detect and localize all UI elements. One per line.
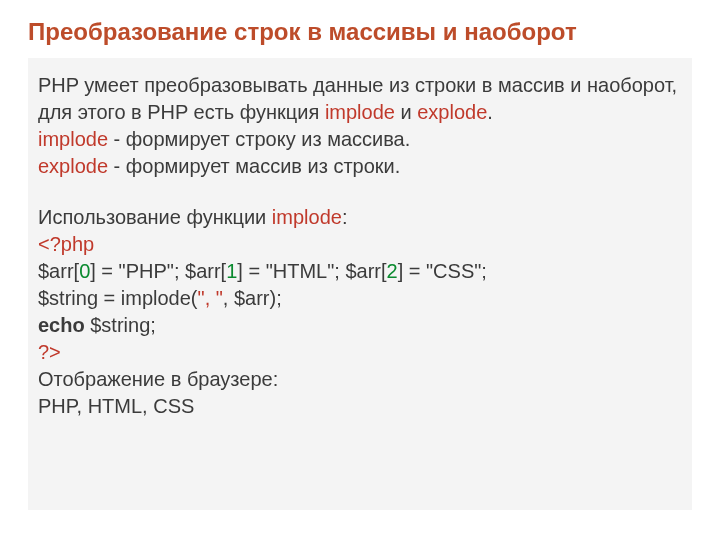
- code-line-2: $string = implode(", ", $arr);: [38, 285, 680, 312]
- php-close-tag: ?>: [38, 339, 680, 366]
- c2b: , $arr);: [223, 287, 282, 309]
- index-2: 2: [387, 260, 398, 282]
- index-0: 0: [79, 260, 90, 282]
- separator-literal: ", ": [198, 287, 223, 309]
- intro-text-3: .: [487, 101, 493, 123]
- c1b: ] = "PHP"; $arr[: [90, 260, 226, 282]
- c3b: $string;: [85, 314, 156, 336]
- c1a: $arr[: [38, 260, 79, 282]
- content-block: PHP умеет преобразовывать данные из стро…: [28, 58, 692, 510]
- fn-implode-2: implode: [38, 128, 108, 150]
- implode-desc-text: - формирует строку из массива.: [108, 128, 410, 150]
- usage-label: Использование функции implode:: [38, 204, 680, 231]
- echo-keyword: echo: [38, 314, 85, 336]
- usage-label-b: implode: [272, 206, 342, 228]
- intro-paragraph: PHP умеет преобразовывать данные из стро…: [38, 72, 680, 126]
- usage-label-c: :: [342, 206, 348, 228]
- fn-implode: implode: [325, 101, 395, 123]
- explode-desc-text: - формирует массив из строки.: [108, 155, 400, 177]
- explode-desc: explode - формирует массив из строки.: [38, 153, 680, 180]
- fn-explode: explode: [417, 101, 487, 123]
- c1c: ] = "HTML"; $arr[: [237, 260, 386, 282]
- php-open-tag: <?php: [38, 231, 680, 258]
- intro-text-2: и: [395, 101, 417, 123]
- code-line-3: echo $string;: [38, 312, 680, 339]
- c2a: $string = implode(: [38, 287, 198, 309]
- implode-desc: implode - формирует строку из массива.: [38, 126, 680, 153]
- c1d: ] = "CSS";: [398, 260, 487, 282]
- slide-title: Преобразование строк в массивы и наоборо…: [28, 18, 692, 46]
- output-value: PHP, HTML, CSS: [38, 393, 680, 420]
- index-1: 1: [226, 260, 237, 282]
- usage-label-a: Использование функции: [38, 206, 272, 228]
- output-label: Отображение в браузере:: [38, 366, 680, 393]
- code-line-1: $arr[0] = "PHP"; $arr[1] = "HTML"; $arr[…: [38, 258, 680, 285]
- fn-explode-2: explode: [38, 155, 108, 177]
